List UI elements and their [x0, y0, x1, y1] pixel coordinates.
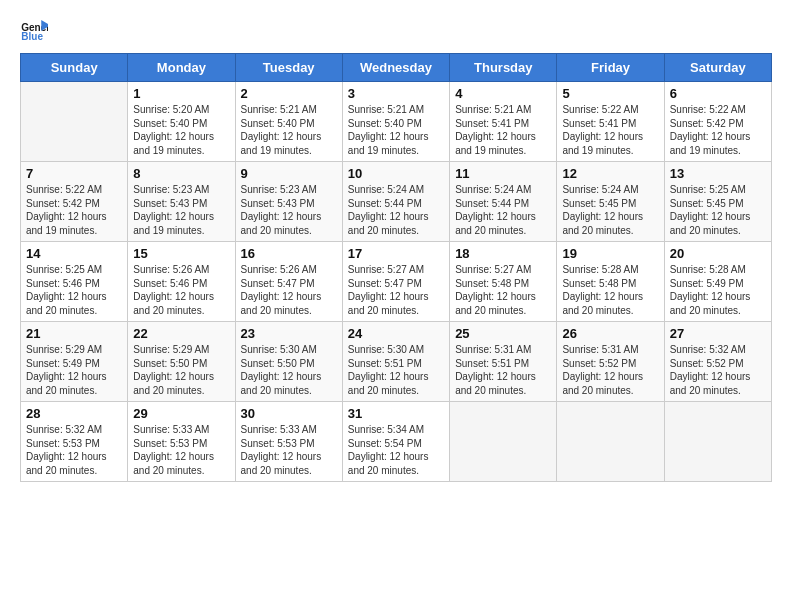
calendar-table: SundayMondayTuesdayWednesdayThursdayFrid…	[20, 53, 772, 482]
day-number: 3	[348, 86, 444, 101]
calendar-cell: 14Sunrise: 5:25 AMSunset: 5:46 PMDayligh…	[21, 242, 128, 322]
day-info: Sunrise: 5:23 AMSunset: 5:43 PMDaylight:…	[241, 183, 337, 237]
calendar-cell: 4Sunrise: 5:21 AMSunset: 5:41 PMDaylight…	[450, 82, 557, 162]
calendar-cell: 13Sunrise: 5:25 AMSunset: 5:45 PMDayligh…	[664, 162, 771, 242]
day-number: 12	[562, 166, 658, 181]
day-number: 2	[241, 86, 337, 101]
day-info: Sunrise: 5:23 AMSunset: 5:43 PMDaylight:…	[133, 183, 229, 237]
calendar-cell: 16Sunrise: 5:26 AMSunset: 5:47 PMDayligh…	[235, 242, 342, 322]
day-number: 30	[241, 406, 337, 421]
day-info: Sunrise: 5:22 AMSunset: 5:42 PMDaylight:…	[26, 183, 122, 237]
day-info: Sunrise: 5:32 AMSunset: 5:53 PMDaylight:…	[26, 423, 122, 477]
calendar-cell: 6Sunrise: 5:22 AMSunset: 5:42 PMDaylight…	[664, 82, 771, 162]
calendar-cell: 21Sunrise: 5:29 AMSunset: 5:49 PMDayligh…	[21, 322, 128, 402]
day-number: 24	[348, 326, 444, 341]
day-number: 7	[26, 166, 122, 181]
day-number: 13	[670, 166, 766, 181]
weekday-header-friday: Friday	[557, 54, 664, 82]
calendar-cell: 2Sunrise: 5:21 AMSunset: 5:40 PMDaylight…	[235, 82, 342, 162]
day-info: Sunrise: 5:26 AMSunset: 5:47 PMDaylight:…	[241, 263, 337, 317]
day-info: Sunrise: 5:27 AMSunset: 5:47 PMDaylight:…	[348, 263, 444, 317]
day-number: 29	[133, 406, 229, 421]
day-number: 17	[348, 246, 444, 261]
day-number: 4	[455, 86, 551, 101]
day-info: Sunrise: 5:30 AMSunset: 5:51 PMDaylight:…	[348, 343, 444, 397]
calendar-cell: 22Sunrise: 5:29 AMSunset: 5:50 PMDayligh…	[128, 322, 235, 402]
day-number: 5	[562, 86, 658, 101]
day-info: Sunrise: 5:31 AMSunset: 5:52 PMDaylight:…	[562, 343, 658, 397]
day-number: 16	[241, 246, 337, 261]
day-info: Sunrise: 5:34 AMSunset: 5:54 PMDaylight:…	[348, 423, 444, 477]
calendar-cell	[664, 402, 771, 482]
weekday-header-monday: Monday	[128, 54, 235, 82]
calendar-cell	[557, 402, 664, 482]
calendar-cell: 27Sunrise: 5:32 AMSunset: 5:52 PMDayligh…	[664, 322, 771, 402]
day-info: Sunrise: 5:21 AMSunset: 5:41 PMDaylight:…	[455, 103, 551, 157]
day-number: 20	[670, 246, 766, 261]
day-number: 18	[455, 246, 551, 261]
calendar-cell: 30Sunrise: 5:33 AMSunset: 5:53 PMDayligh…	[235, 402, 342, 482]
day-number: 6	[670, 86, 766, 101]
day-info: Sunrise: 5:30 AMSunset: 5:50 PMDaylight:…	[241, 343, 337, 397]
day-info: Sunrise: 5:28 AMSunset: 5:48 PMDaylight:…	[562, 263, 658, 317]
day-number: 28	[26, 406, 122, 421]
day-number: 1	[133, 86, 229, 101]
weekday-header-wednesday: Wednesday	[342, 54, 449, 82]
calendar-cell: 24Sunrise: 5:30 AMSunset: 5:51 PMDayligh…	[342, 322, 449, 402]
calendar-cell: 1Sunrise: 5:20 AMSunset: 5:40 PMDaylight…	[128, 82, 235, 162]
calendar-week-1: 1Sunrise: 5:20 AMSunset: 5:40 PMDaylight…	[21, 82, 772, 162]
weekday-header-row: SundayMondayTuesdayWednesdayThursdayFrid…	[21, 54, 772, 82]
calendar-cell: 9Sunrise: 5:23 AMSunset: 5:43 PMDaylight…	[235, 162, 342, 242]
calendar-cell: 17Sunrise: 5:27 AMSunset: 5:47 PMDayligh…	[342, 242, 449, 322]
calendar-cell: 11Sunrise: 5:24 AMSunset: 5:44 PMDayligh…	[450, 162, 557, 242]
day-number: 11	[455, 166, 551, 181]
calendar-cell: 8Sunrise: 5:23 AMSunset: 5:43 PMDaylight…	[128, 162, 235, 242]
logo-icon: General Blue	[20, 20, 48, 40]
day-info: Sunrise: 5:24 AMSunset: 5:44 PMDaylight:…	[455, 183, 551, 237]
day-number: 15	[133, 246, 229, 261]
day-number: 26	[562, 326, 658, 341]
svg-text:Blue: Blue	[21, 31, 43, 40]
day-info: Sunrise: 5:33 AMSunset: 5:53 PMDaylight:…	[241, 423, 337, 477]
day-info: Sunrise: 5:27 AMSunset: 5:48 PMDaylight:…	[455, 263, 551, 317]
day-info: Sunrise: 5:28 AMSunset: 5:49 PMDaylight:…	[670, 263, 766, 317]
calendar-cell: 20Sunrise: 5:28 AMSunset: 5:49 PMDayligh…	[664, 242, 771, 322]
day-info: Sunrise: 5:31 AMSunset: 5:51 PMDaylight:…	[455, 343, 551, 397]
day-info: Sunrise: 5:32 AMSunset: 5:52 PMDaylight:…	[670, 343, 766, 397]
calendar-cell: 7Sunrise: 5:22 AMSunset: 5:42 PMDaylight…	[21, 162, 128, 242]
logo: General Blue	[20, 20, 54, 40]
calendar-cell: 29Sunrise: 5:33 AMSunset: 5:53 PMDayligh…	[128, 402, 235, 482]
calendar-week-4: 21Sunrise: 5:29 AMSunset: 5:49 PMDayligh…	[21, 322, 772, 402]
calendar-cell: 19Sunrise: 5:28 AMSunset: 5:48 PMDayligh…	[557, 242, 664, 322]
calendar-cell: 5Sunrise: 5:22 AMSunset: 5:41 PMDaylight…	[557, 82, 664, 162]
day-info: Sunrise: 5:22 AMSunset: 5:41 PMDaylight:…	[562, 103, 658, 157]
day-info: Sunrise: 5:22 AMSunset: 5:42 PMDaylight:…	[670, 103, 766, 157]
calendar-cell: 12Sunrise: 5:24 AMSunset: 5:45 PMDayligh…	[557, 162, 664, 242]
day-info: Sunrise: 5:29 AMSunset: 5:49 PMDaylight:…	[26, 343, 122, 397]
calendar-cell	[21, 82, 128, 162]
day-info: Sunrise: 5:33 AMSunset: 5:53 PMDaylight:…	[133, 423, 229, 477]
day-info: Sunrise: 5:26 AMSunset: 5:46 PMDaylight:…	[133, 263, 229, 317]
day-number: 27	[670, 326, 766, 341]
day-number: 10	[348, 166, 444, 181]
day-info: Sunrise: 5:24 AMSunset: 5:45 PMDaylight:…	[562, 183, 658, 237]
calendar-cell: 28Sunrise: 5:32 AMSunset: 5:53 PMDayligh…	[21, 402, 128, 482]
calendar-cell	[450, 402, 557, 482]
calendar-cell: 31Sunrise: 5:34 AMSunset: 5:54 PMDayligh…	[342, 402, 449, 482]
calendar-cell: 18Sunrise: 5:27 AMSunset: 5:48 PMDayligh…	[450, 242, 557, 322]
weekday-header-tuesday: Tuesday	[235, 54, 342, 82]
calendar-week-5: 28Sunrise: 5:32 AMSunset: 5:53 PMDayligh…	[21, 402, 772, 482]
page-header: General Blue	[20, 20, 772, 45]
day-number: 19	[562, 246, 658, 261]
day-info: Sunrise: 5:20 AMSunset: 5:40 PMDaylight:…	[133, 103, 229, 157]
calendar-cell: 10Sunrise: 5:24 AMSunset: 5:44 PMDayligh…	[342, 162, 449, 242]
day-number: 14	[26, 246, 122, 261]
day-number: 23	[241, 326, 337, 341]
day-info: Sunrise: 5:21 AMSunset: 5:40 PMDaylight:…	[348, 103, 444, 157]
calendar-week-2: 7Sunrise: 5:22 AMSunset: 5:42 PMDaylight…	[21, 162, 772, 242]
calendar-cell: 26Sunrise: 5:31 AMSunset: 5:52 PMDayligh…	[557, 322, 664, 402]
calendar-week-3: 14Sunrise: 5:25 AMSunset: 5:46 PMDayligh…	[21, 242, 772, 322]
day-number: 31	[348, 406, 444, 421]
day-number: 8	[133, 166, 229, 181]
day-number: 9	[241, 166, 337, 181]
